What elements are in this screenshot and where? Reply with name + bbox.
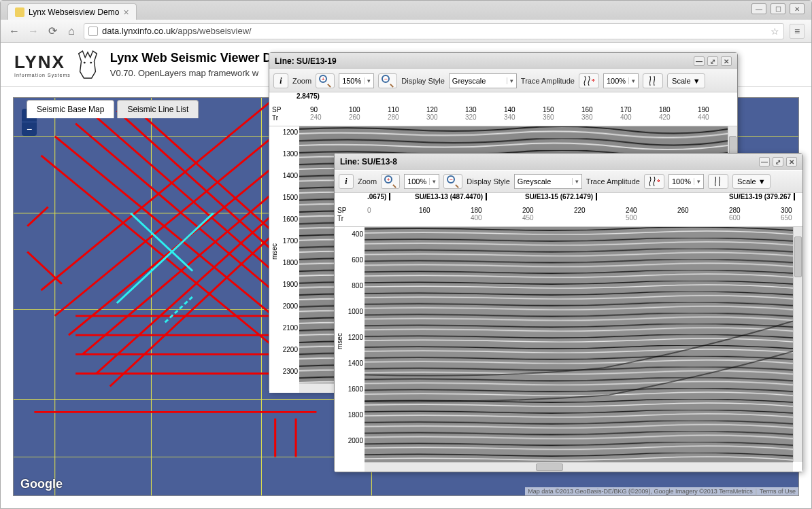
- sp-tick: 260: [677, 207, 689, 214]
- url-text: data.lynxinfo.co.uk/apps/webseisview/: [102, 26, 252, 36]
- zoom-in-button[interactable]: +: [381, 174, 400, 189]
- time-tick: 1600: [348, 385, 363, 393]
- time-tick: 600: [352, 256, 363, 264]
- svg-rect-38: [365, 227, 793, 462]
- time-tick: 2100: [283, 324, 298, 332]
- sp-tick: 170400: [620, 106, 632, 121]
- scale-button[interactable]: Scale ▼: [732, 174, 770, 189]
- panel2-close-icon[interactable]: ✕: [786, 157, 797, 166]
- display-style-select[interactable]: Greyscale▾: [449, 73, 517, 88]
- reload-button[interactable]: ⟳: [46, 24, 59, 38]
- bookmark-icon[interactable]: ☆: [771, 26, 779, 37]
- sp-tick: 190440: [698, 106, 709, 121]
- scale-button[interactable]: Scale ▼: [667, 73, 705, 88]
- zoom-out-button[interactable]: −: [443, 174, 462, 189]
- amp-label: Trace Amplitude: [521, 77, 575, 85]
- panel2-seismic-canvas[interactable]: [365, 227, 793, 462]
- zoom-select[interactable]: 100%▾: [404, 174, 439, 189]
- window-maximize[interactable]: ☐: [771, 3, 785, 14]
- map-attribution: Map data ©2013 GeoBasis-DE/BKG (©2009), …: [525, 487, 798, 495]
- crossing-label: SU/E13-15 (672.1479): [525, 193, 597, 200]
- home-button[interactable]: ⌂: [65, 24, 78, 38]
- panel2-scrollbar-h[interactable]: [365, 462, 793, 472]
- sp-tick: 280600: [729, 207, 741, 222]
- amp-down-button[interactable]: [643, 73, 663, 88]
- logo-sub: Information Systems: [14, 73, 71, 77]
- zoom-label: Zoom: [292, 77, 311, 85]
- address-bar[interactable]: data.lynxinfo.co.uk/apps/webseisview/ ☆: [84, 23, 784, 39]
- page-content: LYNX Information Systems Lynx Web Seismi…: [1, 43, 811, 508]
- google-logo: Google: [20, 477, 63, 491]
- display-style-select[interactable]: Greyscale▾: [514, 174, 582, 189]
- time-tick: 1800: [348, 411, 363, 419]
- browser-tab[interactable]: Lynx Webseisview Demo ×: [7, 3, 137, 20]
- amp-down-button[interactable]: [708, 174, 728, 189]
- panel2-toolbar: i Zoom + 100%▾ − Display Style Greyscale…: [335, 170, 802, 193]
- panel2-title: Line: SU/E13-8: [340, 157, 397, 166]
- time-tick: 2000: [348, 437, 363, 444]
- browser-tab-strip: Lynx Webseisview Demo ×: [1, 1, 811, 20]
- window-minimize[interactable]: —: [751, 3, 766, 14]
- svg-line-17: [55, 124, 289, 316]
- crossing-label: SU/E13-13 (487.4470): [415, 193, 487, 200]
- panel2-sp-ruler: SP Tr 0160180400200450220240500260280600…: [335, 204, 802, 227]
- info-button[interactable]: i: [339, 174, 354, 189]
- panel1-titlebar[interactable]: Line: SU/E13-19 — ⤢ ✕: [269, 53, 737, 69]
- time-tick: 400: [352, 230, 363, 238]
- tab-base-map[interactable]: Seismic Base Map: [27, 100, 114, 118]
- seismic-panel-2: Line: SU/E13-8 — ⤢ ✕ i Zoom + 100%▾ − Di…: [334, 153, 803, 472]
- amp-label: Trace Amplitude: [586, 177, 640, 186]
- amp-select[interactable]: 100%▾: [603, 73, 639, 88]
- panel1-close-icon[interactable]: ✕: [721, 56, 732, 66]
- logo: LYNX Information Systems: [14, 50, 101, 80]
- time-tick: 2000: [283, 302, 298, 310]
- amp-select[interactable]: 100%▾: [669, 174, 704, 189]
- svg-point-0: [84, 62, 86, 64]
- map-zoom-out[interactable]: −: [22, 122, 37, 136]
- time-tick: 1800: [283, 259, 298, 266]
- page-titles: Lynx Web Seismic Viewer De V0.70. OpenLa…: [110, 51, 279, 78]
- zoom-select[interactable]: 150%▾: [339, 73, 374, 88]
- display-label: Display Style: [401, 77, 445, 85]
- back-button[interactable]: ←: [7, 24, 21, 38]
- panel2-crossings: .0675)SU/E13-13 (487.4470)SU/E13-15 (672…: [335, 193, 802, 204]
- sp-tick: 160: [419, 207, 430, 214]
- panel1-time-axis: msec 12001300140015001600170018001900200…: [269, 126, 299, 393]
- panel1-title: Line: SU/E13-19: [275, 56, 337, 66]
- favicon-icon: [15, 7, 24, 17]
- amp-up-button[interactable]: [644, 174, 664, 189]
- sp-tick: 180420: [659, 106, 671, 121]
- panel2-scrollbar-v[interactable]: [793, 227, 802, 462]
- time-tick: 1400: [283, 172, 298, 179]
- panel1-toolbar: i Zoom + 150%▾ − Display Style Greyscale…: [269, 69, 737, 92]
- time-tick: 2200: [283, 346, 298, 353]
- sp-tick: 220: [574, 207, 586, 214]
- browser-toolbar: ← → ⟳ ⌂ data.lynxinfo.co.uk/apps/webseis…: [1, 20, 811, 43]
- panel2-titlebar[interactable]: Line: SU/E13-8 — ⤢ ✕: [335, 154, 802, 170]
- zoom-in-button[interactable]: +: [316, 73, 335, 88]
- panel1-topnote: 2.8475): [297, 92, 320, 100]
- panel2-maximize-icon[interactable]: ⤢: [773, 157, 783, 166]
- sp-tick: 110280: [388, 106, 399, 121]
- panel1-maximize-icon[interactable]: ⤢: [707, 56, 718, 66]
- panel2-minimize-icon[interactable]: —: [759, 157, 770, 166]
- sp-tick: 120300: [426, 106, 438, 121]
- time-tick: 1400: [348, 359, 363, 367]
- info-button[interactable]: i: [273, 73, 288, 88]
- logo-text: LYNX: [14, 52, 71, 73]
- panel1-minimize-icon[interactable]: —: [694, 56, 705, 66]
- panel1-sp-ruler: SP Tr 9024010026011028012030013032014034…: [269, 103, 737, 126]
- page-title: Lynx Web Seismic Viewer De: [110, 51, 279, 65]
- svg-line-11: [41, 156, 275, 348]
- forward-button[interactable]: →: [27, 24, 40, 38]
- chrome-menu-icon[interactable]: ≡: [790, 24, 805, 39]
- panel2-time-axis: msec 400600800100012001400160018002000: [335, 227, 365, 472]
- tab-line-list[interactable]: Seismic Line List: [117, 100, 199, 118]
- window-close[interactable]: ✕: [790, 3, 805, 14]
- tab-close-icon[interactable]: ×: [123, 7, 129, 18]
- amp-up-button[interactable]: [579, 73, 599, 88]
- zoom-out-button[interactable]: −: [378, 73, 397, 88]
- lynx-icon: [75, 50, 101, 80]
- sp-tick: 130320: [465, 106, 477, 121]
- svg-line-30: [27, 251, 62, 283]
